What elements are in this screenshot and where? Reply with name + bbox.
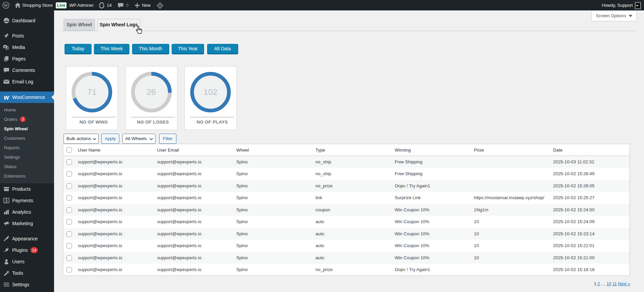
svg-text:$: $ [5, 198, 7, 203]
svg-text:W: W [4, 3, 8, 8]
svg-text:w: w [4, 93, 9, 101]
